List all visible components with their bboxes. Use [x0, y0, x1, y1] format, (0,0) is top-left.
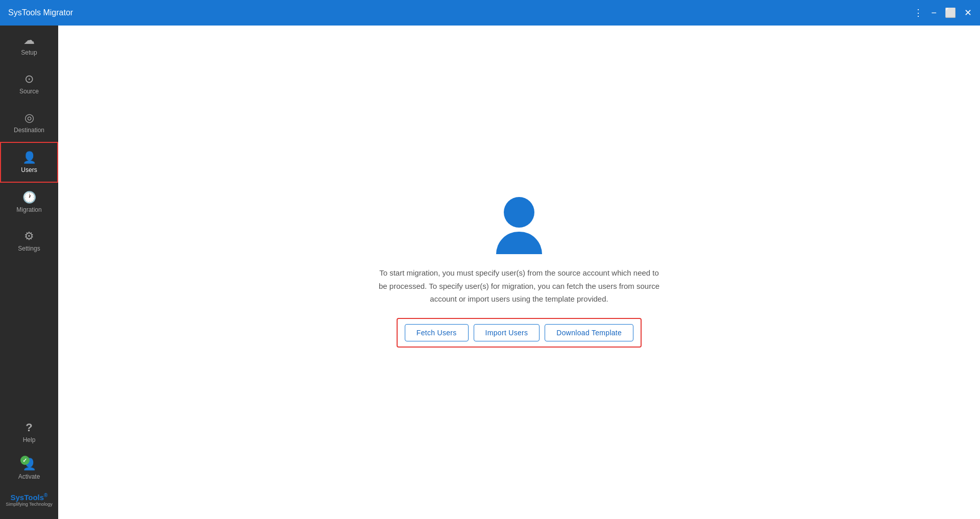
sidebar-label-help: Help: [23, 436, 36, 443]
main-content: To start migration, you must specify use…: [58, 26, 980, 519]
migration-icon: 🕐: [22, 191, 36, 204]
settings-icon: ⚙: [24, 230, 34, 243]
brand-name: SysTools®: [6, 492, 52, 502]
window-controls: ⋮ − ⬜ ✕: [914, 8, 972, 17]
description-text: To start migration, you must specify use…: [376, 266, 662, 306]
sidebar-label-activate: Activate: [18, 473, 40, 480]
sidebar-label-users: Users: [21, 166, 37, 174]
help-icon: ?: [26, 421, 32, 434]
sidebar-item-activate[interactable]: ✓ 👤 Activate: [14, 452, 44, 486]
sidebar-label-source: Source: [19, 88, 39, 95]
download-template-button[interactable]: Download Template: [545, 324, 633, 341]
sidebar-item-migration[interactable]: 🕐 Migration: [0, 183, 58, 221]
sidebar-item-help[interactable]: ? Help: [0, 413, 58, 452]
title-bar: SysTools Migrator ⋮ − ⬜ ✕: [0, 0, 980, 26]
sidebar-label-destination: Destination: [14, 127, 44, 134]
destination-icon: ◎: [24, 111, 34, 125]
app-body: ☁ Setup ⊙ Source ◎ Destination 👤 Users 🕐…: [0, 26, 980, 519]
fetch-users-button[interactable]: Fetch Users: [405, 324, 469, 341]
close-button[interactable]: ✕: [964, 8, 972, 17]
systools-brand: SysTools® Simplifying Technology: [2, 486, 56, 511]
users-icon: 👤: [22, 151, 36, 164]
sidebar-item-source[interactable]: ⊙ Source: [0, 64, 58, 103]
sidebar-label-migration: Migration: [16, 206, 41, 213]
avatar-body: [496, 232, 542, 254]
activate-icon-wrap: ✓ 👤: [22, 458, 36, 471]
sidebar-label-settings: Settings: [18, 245, 40, 252]
title-bar-left: SysTools Migrator: [8, 8, 73, 17]
maximize-button[interactable]: ⬜: [945, 8, 956, 17]
brand-tagline: Simplifying Technology: [6, 502, 52, 507]
sidebar-bottom: ? Help ✓ 👤 Activate SysTools® Simplifyin…: [0, 413, 58, 519]
brand-text: SysTools: [11, 493, 44, 502]
action-buttons-container: Fetch Users Import Users Download Templa…: [397, 318, 642, 348]
app-title: SysTools Migrator: [8, 8, 73, 17]
users-panel: To start migration, you must specify use…: [376, 197, 662, 348]
avatar-head: [504, 197, 534, 228]
sidebar: ☁ Setup ⊙ Source ◎ Destination 👤 Users 🕐…: [0, 26, 58, 519]
sidebar-item-settings[interactable]: ⚙ Settings: [0, 221, 58, 260]
minimize-button[interactable]: −: [931, 8, 937, 17]
user-avatar-icon: [496, 197, 542, 254]
check-icon: ✓: [20, 456, 30, 465]
source-icon: ⊙: [24, 72, 34, 86]
sidebar-item-setup[interactable]: ☁ Setup: [0, 26, 58, 64]
menu-icon[interactable]: ⋮: [914, 8, 923, 17]
sidebar-label-setup: Setup: [21, 49, 37, 56]
import-users-button[interactable]: Import Users: [474, 324, 540, 341]
sidebar-item-users[interactable]: 👤 Users: [0, 142, 58, 183]
brand-reg: ®: [44, 492, 47, 498]
sidebar-item-destination[interactable]: ◎ Destination: [0, 103, 58, 142]
cloud-icon: ☁: [23, 34, 35, 47]
